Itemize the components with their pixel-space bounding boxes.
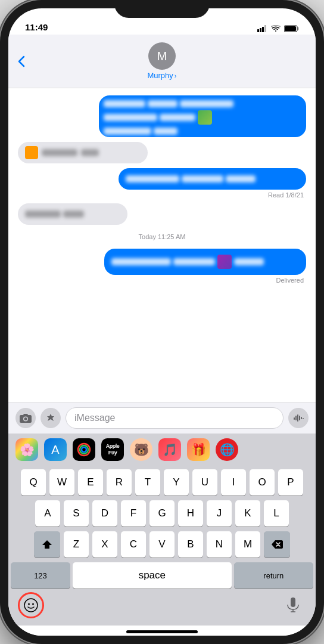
phone-frame: 11:49 <box>0 0 324 644</box>
bubble-received-1[interactable] <box>18 142 148 163</box>
keyboard-row-2: A S D F G H J K L <box>8 497 316 528</box>
battery-icon <box>284 25 299 32</box>
svg-rect-3 <box>264 25 266 32</box>
emoji-button[interactable] <box>18 592 44 618</box>
app-icon-photos[interactable]: 🌸 <box>15 438 38 461</box>
delete-key[interactable] <box>264 531 290 558</box>
key-f[interactable]: F <box>121 500 146 527</box>
bubble-sent-3[interactable] <box>104 249 306 275</box>
messages-area: Read 1/8/21 Today 11:25 AM Deliv <box>8 88 316 402</box>
svg-point-17 <box>82 447 86 452</box>
key-n[interactable]: N <box>207 531 232 558</box>
numbers-key[interactable]: 123 <box>11 562 70 589</box>
svg-point-18 <box>24 599 38 612</box>
bubble-sent-2[interactable] <box>119 168 306 190</box>
app-icon-music[interactable]: 🎵 <box>158 438 181 461</box>
delivered-status: Delivered <box>274 277 306 284</box>
app-icons-row: 🌸 A ApplePay 🐻 🎵 🎁 <box>8 434 316 466</box>
key-x[interactable]: X <box>92 531 117 558</box>
read-status: Read 1/8/21 <box>266 191 306 199</box>
back-button[interactable] <box>18 55 25 67</box>
app-icon-globe[interactable]: 🌐 <box>216 438 238 461</box>
bubble-sent-1[interactable] <box>99 95 306 137</box>
key-r[interactable]: R <box>107 469 132 496</box>
status-icons <box>257 25 299 32</box>
svg-rect-12 <box>299 416 300 420</box>
signal-icon <box>257 25 267 32</box>
key-s[interactable]: S <box>64 500 89 527</box>
key-p[interactable]: P <box>278 469 303 496</box>
key-m[interactable]: M <box>235 531 260 558</box>
bottom-bar <box>8 590 316 626</box>
shift-key[interactable] <box>34 531 60 558</box>
status-time: 11:49 <box>25 22 48 32</box>
key-a[interactable]: A <box>35 500 60 527</box>
toolbar: iMessage <box>8 402 316 434</box>
contact-avatar[interactable]: M <box>148 42 176 70</box>
svg-rect-14 <box>303 418 304 419</box>
message-row-sent-3: Delivered <box>18 249 306 284</box>
svg-rect-10 <box>295 416 297 420</box>
contact-name[interactable]: Murphy › <box>147 71 176 80</box>
key-d[interactable]: D <box>92 500 117 527</box>
chevron-right-icon: › <box>175 72 177 79</box>
key-b[interactable]: B <box>178 531 203 558</box>
svg-point-19 <box>28 603 30 605</box>
key-y[interactable]: Y <box>164 469 189 496</box>
key-t[interactable]: T <box>135 469 160 496</box>
home-bar <box>8 626 316 636</box>
key-o[interactable]: O <box>250 469 275 496</box>
key-e[interactable]: E <box>78 469 103 496</box>
svg-rect-9 <box>294 417 295 420</box>
message-row-sent-2: Read 1/8/21 <box>18 168 306 199</box>
svg-point-8 <box>24 417 27 420</box>
key-i[interactable]: I <box>221 469 246 496</box>
svg-rect-0 <box>257 29 259 32</box>
svg-point-20 <box>32 603 34 605</box>
audio-button[interactable] <box>288 408 309 428</box>
screen: 11:49 <box>8 8 316 636</box>
key-k[interactable]: K <box>235 500 260 527</box>
svg-rect-11 <box>297 414 298 422</box>
keyboard-row-3: Z X C V B N M <box>8 528 316 559</box>
svg-rect-21 <box>291 597 295 607</box>
message-input[interactable]: iMessage <box>66 407 284 429</box>
svg-rect-6 <box>285 26 296 31</box>
key-c[interactable]: C <box>121 531 146 558</box>
key-h[interactable]: H <box>178 500 203 527</box>
svg-rect-13 <box>301 417 302 419</box>
input-placeholder: iMessage <box>74 413 115 423</box>
keyboard-row-4: 123 space return <box>8 559 316 590</box>
space-key[interactable]: space <box>73 562 232 589</box>
mic-button[interactable] <box>280 592 306 618</box>
contact-initial: M <box>157 49 167 63</box>
key-q[interactable]: Q <box>21 469 46 496</box>
camera-button[interactable] <box>15 408 36 428</box>
svg-rect-1 <box>260 28 261 32</box>
message-row-sent-1 <box>18 95 306 137</box>
bubble-received-2[interactable] <box>18 203 127 225</box>
return-key[interactable]: return <box>234 562 313 589</box>
app-icon-gifted[interactable]: 🎁 <box>187 438 210 461</box>
home-indicator <box>126 630 198 633</box>
key-u[interactable]: U <box>192 469 217 496</box>
app-icon-memoji[interactable]: 🐻 <box>130 438 152 461</box>
nav-header: M Murphy › <box>8 35 316 88</box>
key-l[interactable]: L <box>264 500 289 527</box>
appstore-button[interactable] <box>40 408 61 428</box>
message-row-received-2 <box>18 203 306 225</box>
svg-rect-5 <box>298 27 299 30</box>
key-g[interactable]: G <box>149 500 175 527</box>
key-j[interactable]: J <box>207 500 232 527</box>
wifi-icon <box>271 25 281 32</box>
keyboard-row-1: Q W E R T Y U I O P <box>8 466 316 497</box>
key-v[interactable]: V <box>149 531 175 558</box>
timestamp-today: Today 11:25 AM <box>18 233 306 240</box>
key-z[interactable]: Z <box>64 531 89 558</box>
app-icon-activity[interactable] <box>73 438 95 461</box>
app-icon-applepay[interactable]: ApplePay <box>101 438 124 461</box>
keyboard: Q W E R T Y U I O P A S D F G H J K <box>8 466 316 590</box>
message-row-received-1 <box>18 142 306 163</box>
key-w[interactable]: W <box>49 469 74 496</box>
app-icon-appstore[interactable]: A <box>44 438 67 461</box>
